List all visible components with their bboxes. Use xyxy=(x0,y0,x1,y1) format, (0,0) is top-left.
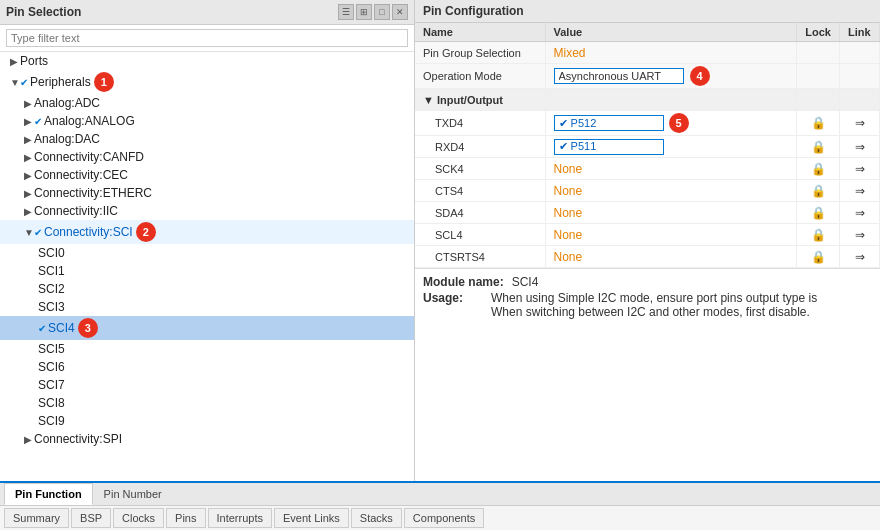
item-label-etherc: Connectivity:ETHERC xyxy=(34,186,152,200)
tree-item-iic[interactable]: ▶ Connectivity:IIC xyxy=(0,202,414,220)
tab-row-1: Pin Function Pin Number xyxy=(0,483,880,506)
tree-item-sci4[interactable]: ✔ SCI4 3 xyxy=(0,316,414,340)
table-row-ctsrts4: CTSRTS4 None 🔒 ⇒ xyxy=(415,246,880,268)
table-row: Operation Mode 4 xyxy=(415,64,880,89)
item-label-sci3: SCI3 xyxy=(38,300,65,314)
row-link-scl4[interactable]: ⇒ xyxy=(840,224,880,246)
row-lock-txd4[interactable]: 🔒 xyxy=(797,111,840,136)
chevron-icon: ▶ xyxy=(10,56,20,67)
lock-icon-sda4: 🔒 xyxy=(811,206,826,220)
row-lock-ctsrts4[interactable]: 🔒 xyxy=(797,246,840,268)
left-panel-title: Pin Selection xyxy=(6,5,81,19)
view-icon[interactable]: □ xyxy=(374,4,390,20)
row-lock-sck4[interactable]: 🔒 xyxy=(797,158,840,180)
module-info: Module name: SCI4 Usage: When using Simp… xyxy=(415,268,880,327)
tab2-stacks[interactable]: Stacks xyxy=(351,508,402,528)
lock-icon-txd4: 🔒 xyxy=(811,116,826,130)
table-row-cts4: CTS4 None 🔒 ⇒ xyxy=(415,180,880,202)
row-name-rxd4: RXD4 xyxy=(415,136,545,158)
item-label-iic: Connectivity:IIC xyxy=(34,204,118,218)
close-icon[interactable]: ✕ xyxy=(392,4,408,20)
tree-item-sci3[interactable]: SCI3 xyxy=(0,298,414,316)
left-panel-header: Pin Selection ☰ ⊞ □ ✕ xyxy=(0,0,414,25)
badge-2: 2 xyxy=(136,222,156,242)
row-value-sda4: None xyxy=(545,202,797,224)
item-label-canfd: Connectivity:CANFD xyxy=(34,150,144,164)
tree-item-sci0[interactable]: SCI0 xyxy=(0,244,414,262)
row-lock-rxd4[interactable]: 🔒 xyxy=(797,136,840,158)
row-link-cts4[interactable]: ⇒ xyxy=(840,180,880,202)
tab2-summary[interactable]: Summary xyxy=(4,508,69,528)
tree-item-peripherals[interactable]: ▼ ✔ Peripherals 1 xyxy=(0,70,414,94)
chevron-icon: ▶ xyxy=(24,170,34,181)
table-row-sda4: SDA4 None 🔒 ⇒ xyxy=(415,202,880,224)
tree-item-analog-adc[interactable]: ▶ Analog:ADC xyxy=(0,94,414,112)
col-name: Name xyxy=(415,23,545,42)
tree-item-sci2[interactable]: SCI2 xyxy=(0,280,414,298)
arrow-icon-rxd4: ⇒ xyxy=(855,140,865,154)
item-label-analog-analog: Analog:ANALOG xyxy=(44,114,135,128)
tree-item-cec[interactable]: ▶ Connectivity:CEC xyxy=(0,166,414,184)
item-label-sci5: SCI5 xyxy=(38,342,65,356)
lock-icon-rxd4: 🔒 xyxy=(811,140,826,154)
txd4-pin-input[interactable] xyxy=(554,115,664,131)
rxd4-pin-input[interactable] xyxy=(554,139,664,155)
lock-icon-scl4: 🔒 xyxy=(811,228,826,242)
row-lock-sda4[interactable]: 🔒 xyxy=(797,202,840,224)
right-panel: Pin Configuration Name Value Lock Link xyxy=(415,0,880,481)
tree-item-spi[interactable]: ▶ Connectivity:SPI xyxy=(0,430,414,448)
row-link-op-mode xyxy=(840,64,880,89)
item-label-sci0: SCI0 xyxy=(38,246,65,260)
item-label-analog-adc: Analog:ADC xyxy=(34,96,100,110)
row-link-sck4[interactable]: ⇒ xyxy=(840,158,880,180)
tab2-event-links[interactable]: Event Links xyxy=(274,508,349,528)
tree-item-sci5[interactable]: SCI5 xyxy=(0,340,414,358)
operation-mode-input[interactable] xyxy=(554,68,684,84)
collapse-all-icon[interactable]: ☰ xyxy=(338,4,354,20)
tab2-bsp[interactable]: BSP xyxy=(71,508,111,528)
tree-item-sci[interactable]: ▼ ✔ Connectivity:SCI 2 xyxy=(0,220,414,244)
row-value-cts4: None xyxy=(545,180,797,202)
usage-line2: When switching between I2C and other mod… xyxy=(491,305,817,319)
arrow-icon-sda4: ⇒ xyxy=(855,206,865,220)
chevron-icon: ▶ xyxy=(24,152,34,163)
chevron-icon: ▶ xyxy=(24,206,34,217)
tree-item-analog-dac[interactable]: ▶ Analog:DAC xyxy=(0,130,414,148)
tab-pin-number[interactable]: Pin Number xyxy=(93,483,173,505)
tree-item-sci1[interactable]: SCI1 xyxy=(0,262,414,280)
item-label-cec: Connectivity:CEC xyxy=(34,168,128,182)
table-row-input-output-header: ▼ Input/Output xyxy=(415,89,880,111)
tree-item-sci9[interactable]: SCI9 xyxy=(0,412,414,430)
arrow-icon-scl4: ⇒ xyxy=(855,228,865,242)
row-value-rxd4 xyxy=(545,136,797,158)
filter-input[interactable] xyxy=(6,29,408,47)
row-link-ctsrts4[interactable]: ⇒ xyxy=(840,246,880,268)
row-link-rxd4[interactable]: ⇒ xyxy=(840,136,880,158)
tab-pin-function[interactable]: Pin Function xyxy=(4,483,93,505)
tab2-components[interactable]: Components xyxy=(404,508,484,528)
row-link-sda4[interactable]: ⇒ xyxy=(840,202,880,224)
tree-item-etherc[interactable]: ▶ Connectivity:ETHERC xyxy=(0,184,414,202)
tab2-clocks[interactable]: Clocks xyxy=(113,508,164,528)
tree-item-ports[interactable]: ▶ Ports xyxy=(0,52,414,70)
table-row-txd4: TXD4 5 🔒 ⇒ xyxy=(415,111,880,136)
top-panels: Pin Selection ☰ ⊞ □ ✕ ▶ Ports xyxy=(0,0,880,481)
row-value-op-mode: 4 xyxy=(545,64,797,89)
row-link-io xyxy=(840,89,880,111)
bottom-tabs: Pin Function Pin Number Summary BSP Cloc… xyxy=(0,481,880,530)
tab2-interrupts[interactable]: Interrupts xyxy=(208,508,272,528)
row-lock-cts4[interactable]: 🔒 xyxy=(797,180,840,202)
tree-container[interactable]: ▶ Ports ▼ ✔ Peripherals 1 ▶ Analog:ADC xyxy=(0,52,414,481)
row-link-txd4[interactable]: ⇒ xyxy=(840,111,880,136)
tree-item-canfd[interactable]: ▶ Connectivity:CANFD xyxy=(0,148,414,166)
tree-item-sci7[interactable]: SCI7 xyxy=(0,376,414,394)
tree-item-sci6[interactable]: SCI6 xyxy=(0,358,414,376)
row-value-txd4: 5 xyxy=(545,111,797,136)
tab2-pins[interactable]: Pins xyxy=(166,508,205,528)
row-value-sck4: None xyxy=(545,158,797,180)
row-lock-scl4[interactable]: 🔒 xyxy=(797,224,840,246)
check-icon: ✔ xyxy=(38,323,46,334)
tree-item-sci8[interactable]: SCI8 xyxy=(0,394,414,412)
tree-item-analog-analog[interactable]: ▶ ✔ Analog:ANALOG xyxy=(0,112,414,130)
expand-icon[interactable]: ⊞ xyxy=(356,4,372,20)
